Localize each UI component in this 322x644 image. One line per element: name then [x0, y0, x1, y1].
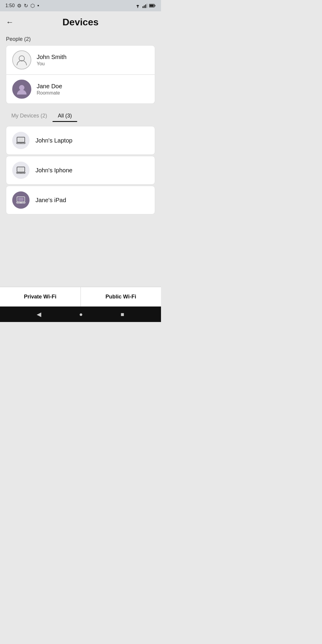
svg-rect-7	[150, 5, 154, 7]
gear-icon: ⚙	[17, 3, 21, 9]
device-card-ipad[interactable]: Jane's iPad	[6, 186, 155, 214]
device-name-ipad: Jane's iPad	[35, 197, 66, 204]
device-list: John's Laptop John's Iphone Jane's iPad	[0, 122, 161, 214]
nav-home-button[interactable]: ●	[79, 311, 83, 318]
tab-my-devices[interactable]: My Devices (2)	[6, 110, 52, 122]
svg-point-9	[19, 85, 24, 90]
svg-rect-14	[18, 168, 24, 171]
person-card-john[interactable]: John Smith You	[6, 45, 155, 74]
svg-rect-1	[143, 6, 143, 8]
device-card-laptop[interactable]: John's Laptop	[6, 126, 155, 155]
svg-rect-17	[18, 198, 24, 201]
person-role-jane: Roommate	[37, 90, 62, 96]
people-section-label: People (2)	[0, 32, 161, 45]
svg-rect-6	[155, 5, 156, 7]
device-icon-laptop	[12, 132, 30, 149]
nav-recent-button[interactable]: ■	[120, 311, 124, 318]
person-card-jane[interactable]: Jane Doe Roommate	[6, 75, 155, 104]
avatar-jane	[12, 80, 31, 99]
wifi-icon	[135, 3, 141, 8]
avatar-john	[12, 50, 31, 69]
people-list: John Smith You Jane Doe Roommate	[0, 45, 161, 104]
status-time: 1:50	[5, 3, 15, 8]
refresh-icon: ↻	[24, 3, 28, 9]
device-name-iphone: John's Iphone	[35, 167, 72, 174]
device-tabs: My Devices (2) All (3)	[0, 104, 161, 122]
person-info-jane: Jane Doe Roommate	[37, 83, 62, 96]
shield-icon: ⬡	[30, 3, 35, 9]
back-button[interactable]: ←	[6, 18, 14, 27]
android-nav-bar: ◀ ● ■	[0, 306, 161, 322]
device-name-laptop: John's Laptop	[35, 137, 72, 144]
svg-rect-12	[20, 143, 22, 144]
page-title: Devices	[17, 17, 144, 28]
svg-rect-18	[20, 203, 22, 203]
person-role-john: You	[37, 61, 66, 66]
tab-public-wifi[interactable]: Public Wi-Fi	[81, 287, 161, 306]
signal-icon	[143, 3, 147, 8]
svg-rect-15	[20, 173, 22, 174]
person-name-john: John Smith	[37, 54, 66, 61]
person-info-john: John Smith You	[37, 54, 66, 66]
tab-private-wifi[interactable]: Private Wi-Fi	[0, 287, 81, 306]
svg-rect-4	[147, 4, 148, 8]
person-name-jane: Jane Doe	[37, 83, 62, 90]
device-card-iphone[interactable]: John's Iphone	[6, 156, 155, 185]
svg-rect-3	[145, 4, 146, 8]
nav-back-button[interactable]: ◀	[37, 311, 41, 318]
status-bar: 1:50 ⚙ ↻ ⬡ ▪	[0, 0, 161, 11]
svg-rect-2	[144, 5, 145, 8]
bottom-tabs: Private Wi-Fi Public Wi-Fi	[0, 287, 161, 306]
svg-point-0	[137, 7, 138, 8]
device-icon-ipad	[12, 191, 30, 209]
device-icon-iphone	[12, 162, 30, 179]
battery-icon	[149, 4, 156, 8]
status-bar-left: 1:50 ⚙ ↻ ⬡ ▪	[5, 3, 39, 9]
status-bar-right	[135, 3, 156, 8]
svg-rect-11	[18, 138, 24, 141]
header: ← Devices	[0, 11, 161, 32]
tab-all-devices[interactable]: All (3)	[52, 110, 77, 122]
clipboard-icon: ▪	[37, 3, 39, 9]
